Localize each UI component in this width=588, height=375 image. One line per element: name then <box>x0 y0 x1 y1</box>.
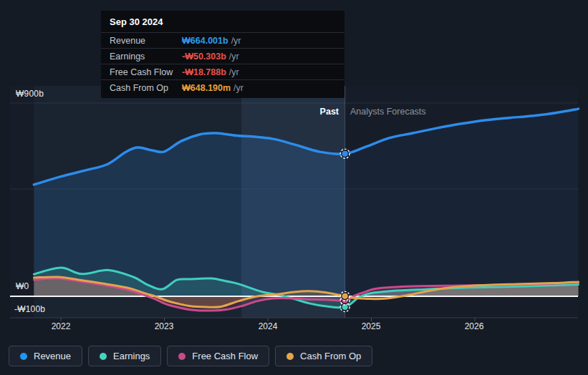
tooltip-label: Revenue <box>110 36 182 46</box>
past-region-label: Past <box>273 107 339 117</box>
tooltip-suffix: /yr <box>231 36 241 46</box>
legend-label: Cash From Op <box>300 351 361 361</box>
tooltip-value: ₩648.190m <box>182 83 231 93</box>
chart-legend: Revenue Earnings Free Cash Flow Cash Fro… <box>9 346 372 366</box>
y-axis-label-neg100b: -₩100b <box>14 304 45 314</box>
tooltip-value: -₩18.788b <box>182 67 226 77</box>
legend-item-earnings[interactable]: Earnings <box>88 346 161 366</box>
tooltip-row-earnings: Earnings -₩50.303b /yr <box>101 48 344 64</box>
tooltip-value: -₩50.303b <box>182 52 226 62</box>
forecasts-region-label: Analysts Forecasts <box>350 107 426 117</box>
cash-from-op-dot-icon <box>286 353 294 360</box>
legend-label: Free Cash Flow <box>192 351 258 361</box>
tooltip-label: Earnings <box>110 52 182 62</box>
x-axis-label-2022: 2022 <box>39 321 82 331</box>
tooltip-date-title: Sep 30 2024 <box>101 11 344 32</box>
legend-item-revenue[interactable]: Revenue <box>9 346 82 366</box>
legend-label: Earnings <box>113 351 150 361</box>
tooltip-row-free-cash-flow: Free Cash Flow -₩18.788b /yr <box>101 64 344 79</box>
y-axis-label-900b: ₩900b <box>16 89 44 99</box>
chart-tooltip: Sep 30 2024 Revenue ₩664.001b /yr Earnin… <box>101 11 344 98</box>
x-axis-label-2024: 2024 <box>246 321 289 331</box>
earnings-dot-icon <box>100 353 107 360</box>
free-cash-flow-dot-icon <box>178 353 185 360</box>
tooltip-suffix: /yr <box>229 67 239 77</box>
y-axis-label-zero: ₩0 <box>16 281 29 291</box>
tooltip-row-cash-from-op: Cash From Op ₩648.190m /yr <box>101 79 344 95</box>
earnings-revenue-chart: ₩900b ₩0 -₩100b 2022 2023 2024 2025 2026… <box>0 0 588 375</box>
tooltip-suffix: /yr <box>233 83 244 93</box>
tooltip-suffix: /yr <box>229 52 239 62</box>
revenue-dot-icon <box>20 353 27 360</box>
tooltip-value: ₩664.001b <box>182 36 228 46</box>
tooltip-label: Cash From Op <box>110 83 182 93</box>
legend-item-free-cash-flow[interactable]: Free Cash Flow <box>167 346 269 366</box>
x-axis-label-2026: 2026 <box>453 321 496 331</box>
x-axis-label-2023: 2023 <box>143 321 185 331</box>
legend-item-cash-from-op[interactable]: Cash From Op <box>275 346 372 366</box>
legend-label: Revenue <box>34 351 71 361</box>
tooltip-row-revenue: Revenue ₩664.001b /yr <box>101 32 344 48</box>
tooltip-label: Free Cash Flow <box>110 67 182 77</box>
x-axis-label-2025: 2025 <box>350 321 392 331</box>
